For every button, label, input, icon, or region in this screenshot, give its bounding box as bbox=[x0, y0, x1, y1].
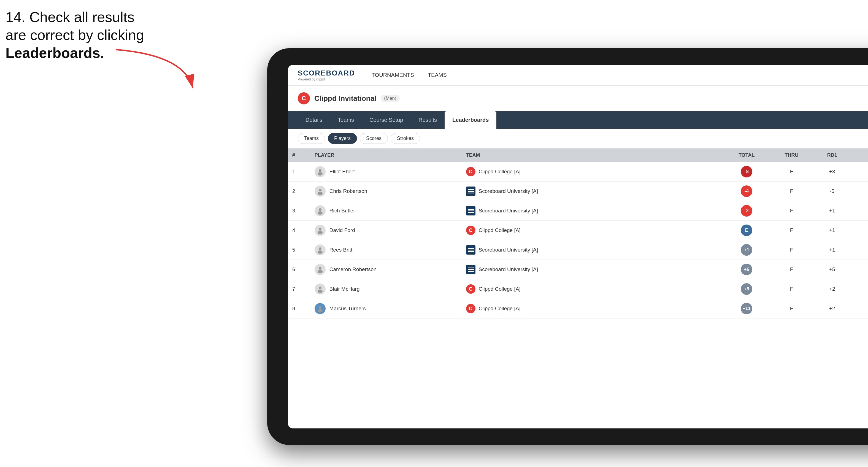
cell-thru: F bbox=[773, 260, 810, 279]
cell-rd2: -2 bbox=[855, 201, 868, 221]
filter-teams-button[interactable]: Teams bbox=[298, 133, 325, 144]
filter-scores-button[interactable]: Scores bbox=[360, 133, 388, 144]
cell-total: -8 bbox=[720, 162, 773, 182]
player-avatar bbox=[315, 186, 326, 197]
team-logo-c: C bbox=[466, 167, 475, 176]
team-logo-s bbox=[466, 206, 475, 215]
filter-strokes-button[interactable]: Strokes bbox=[391, 133, 420, 144]
tab-course-setup[interactable]: Course Setup bbox=[362, 111, 411, 129]
cell-team: CClippd College [A] bbox=[462, 299, 720, 318]
tournament-title: Clippd Invitational bbox=[314, 94, 376, 103]
tablet-screen: SCOREBOARD Powered by clippd TOURNAMENTS… bbox=[288, 65, 868, 429]
col-header-player: PLAYER bbox=[310, 149, 462, 162]
svg-point-13 bbox=[319, 286, 321, 289]
cell-rd1: -5 bbox=[810, 182, 855, 201]
player-name: Cameron Robertson bbox=[330, 267, 377, 273]
svg-point-6 bbox=[318, 211, 322, 215]
team-logo-s bbox=[466, 265, 475, 274]
cell-player: Blair McHarg bbox=[310, 279, 462, 299]
svg-point-4 bbox=[318, 192, 322, 195]
cell-rd1: +2 bbox=[810, 279, 855, 299]
cell-total: +9 bbox=[720, 279, 773, 299]
cell-rd2: +7 bbox=[855, 299, 868, 318]
tournament-title-area: C Clippd Invitational (Men) bbox=[298, 92, 400, 104]
svg-point-8 bbox=[318, 231, 322, 234]
cell-rd2: +2 bbox=[855, 260, 868, 279]
filter-players-button[interactable]: Players bbox=[328, 133, 357, 144]
cell-rank: 5 bbox=[288, 240, 310, 260]
cell-total: -4 bbox=[720, 182, 773, 201]
nav-teams[interactable]: TEAMS bbox=[428, 70, 447, 81]
col-header-rd1: RD1 bbox=[810, 149, 855, 162]
svg-point-11 bbox=[319, 267, 321, 270]
filter-bar: Teams Players Scores Strokes bbox=[288, 129, 868, 149]
logo-sub: Powered by clippd bbox=[298, 77, 355, 81]
cell-thru: F bbox=[773, 240, 810, 260]
cell-rank: 1 bbox=[288, 162, 310, 182]
cell-team: Scoreboard University [A] bbox=[462, 182, 720, 201]
player-name: Rich Butler bbox=[330, 208, 355, 214]
cell-player: Elliot Ebert bbox=[310, 162, 462, 182]
table-row: 2Chris RobertsonScoreboard University [A… bbox=[288, 182, 868, 201]
table-row: 4David FordCClippd College [A]EF+1-4+3 bbox=[288, 221, 868, 240]
cell-rd2: -4 bbox=[855, 221, 868, 240]
cell-player: David Ford bbox=[310, 221, 462, 240]
player-name: Rees Britt bbox=[330, 247, 352, 253]
cell-team: CClippd College [A] bbox=[462, 162, 720, 182]
nav-links: TOURNAMENTS TEAMS bbox=[372, 70, 868, 81]
cell-rank: 2 bbox=[288, 182, 310, 201]
team-logo-s bbox=[466, 187, 475, 196]
team-name: Clippd College [A] bbox=[479, 286, 521, 292]
table-row: 5Rees BrittScoreboard University [A]+1F+… bbox=[288, 240, 868, 260]
tab-details[interactable]: Details bbox=[298, 111, 330, 129]
player-name: Elliot Ebert bbox=[330, 168, 355, 175]
table-row: 8Marcus TurnersCClippd College [A]+11F+2… bbox=[288, 299, 868, 318]
tab-results[interactable]: Results bbox=[411, 111, 444, 129]
svg-point-7 bbox=[319, 228, 321, 230]
table-row: 7Blair McHargCClippd College [A]+9F+2+1+… bbox=[288, 279, 868, 299]
player-avatar bbox=[315, 264, 326, 275]
cell-player: Cameron Robertson bbox=[310, 260, 462, 279]
team-name: Clippd College [A] bbox=[479, 227, 521, 234]
nav-tournaments[interactable]: TOURNAMENTS bbox=[372, 70, 414, 81]
tab-leaderboards[interactable]: Leaderboards bbox=[444, 111, 496, 129]
table-row: 1Elliot EbertCClippd College [A]-8F+3-6-… bbox=[288, 162, 868, 182]
svg-point-5 bbox=[319, 208, 321, 211]
cell-team: Scoreboard University [A] bbox=[462, 260, 720, 279]
player-avatar bbox=[315, 303, 326, 314]
col-header-rd2: RD2 bbox=[855, 149, 868, 162]
cell-thru: F bbox=[773, 201, 810, 221]
table-row: 6Cameron RobertsonScoreboard University … bbox=[288, 260, 868, 279]
logo-text: SCOREBOARD bbox=[298, 69, 355, 77]
svg-point-3 bbox=[319, 189, 321, 191]
tournament-icon: C bbox=[298, 92, 310, 104]
player-avatar bbox=[315, 244, 326, 255]
player-name: David Ford bbox=[330, 227, 355, 234]
table-body: 1Elliot EbertCClippd College [A]-8F+3-6-… bbox=[288, 162, 868, 318]
nav-bar: SCOREBOARD Powered by clippd TOURNAMENTS… bbox=[288, 65, 868, 86]
team-name: Scoreboard University [A] bbox=[479, 188, 538, 194]
cell-thru: F bbox=[773, 299, 810, 318]
svg-point-1 bbox=[319, 169, 321, 172]
svg-point-15 bbox=[319, 306, 321, 309]
tab-teams[interactable]: Teams bbox=[330, 111, 362, 129]
col-header-thru: THRU bbox=[773, 149, 810, 162]
player-avatar bbox=[315, 225, 326, 236]
col-header-team: TEAM bbox=[462, 149, 720, 162]
team-logo-c: C bbox=[466, 304, 475, 313]
team-name: Clippd College [A] bbox=[479, 168, 521, 175]
tournament-header: C Clippd Invitational (Men) Cancel ✕ bbox=[288, 86, 868, 111]
cell-thru: F bbox=[773, 162, 810, 182]
svg-point-10 bbox=[318, 250, 322, 254]
player-avatar bbox=[315, 205, 326, 216]
player-avatar bbox=[315, 166, 326, 177]
team-logo-c: C bbox=[466, 284, 475, 294]
cell-total: -2 bbox=[720, 201, 773, 221]
cell-rd1: +1 bbox=[810, 221, 855, 240]
cell-rd1: +1 bbox=[810, 201, 855, 221]
content-area: C Clippd Invitational (Men) Cancel ✕ Det… bbox=[288, 86, 868, 429]
cell-player: Chris Robertson bbox=[310, 182, 462, 201]
cell-rank: 4 bbox=[288, 221, 310, 240]
cell-rank: 6 bbox=[288, 260, 310, 279]
cell-rd2: -6 bbox=[855, 162, 868, 182]
